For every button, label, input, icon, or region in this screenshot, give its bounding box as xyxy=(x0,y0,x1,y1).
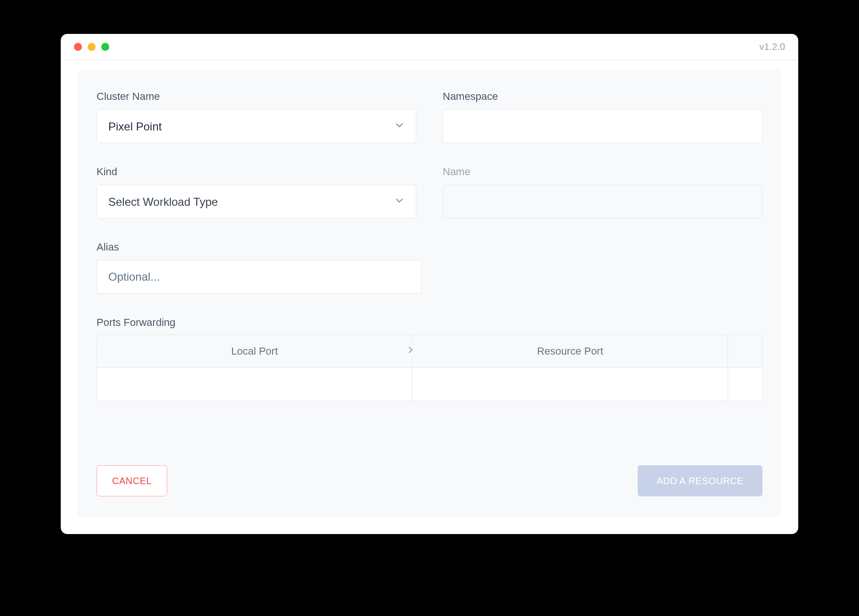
maximize-window-button[interactable] xyxy=(101,43,109,51)
app-version: v1.2.0 xyxy=(760,41,785,52)
kind-label: Kind xyxy=(97,166,416,178)
cluster-name-select[interactable]: Pixel Point xyxy=(97,109,416,143)
form-row-3: Alias xyxy=(97,241,762,294)
namespace-group: Namespace xyxy=(443,90,762,143)
local-port-input[interactable] xyxy=(97,368,413,401)
namespace-label: Namespace xyxy=(443,90,762,103)
ports-table-header: Local Port Resource Port xyxy=(97,335,762,368)
ports-section-label: Ports Forwarding xyxy=(97,316,762,329)
minimize-window-button[interactable] xyxy=(88,43,96,51)
form-row-1: Cluster Name Pixel Point Namespace xyxy=(97,90,762,143)
namespace-input[interactable] xyxy=(443,109,762,143)
cluster-name-label: Cluster Name xyxy=(97,90,416,103)
name-label: Name xyxy=(443,166,762,178)
add-resource-button[interactable]: ADD A RESOURCE xyxy=(638,465,762,496)
resource-port-header: Resource Port xyxy=(413,335,728,367)
kind-select[interactable]: Select Workload Type xyxy=(97,185,416,219)
alias-input[interactable] xyxy=(97,260,421,294)
form-row-2: Kind Select Workload Type Name xyxy=(97,166,762,219)
local-port-header: Local Port xyxy=(97,335,413,367)
kind-select-wrap: Select Workload Type xyxy=(97,185,416,219)
alias-group: Alias xyxy=(97,241,421,294)
content-area: Cluster Name Pixel Point Namespace xyxy=(61,60,798,534)
ports-action-header xyxy=(728,335,762,367)
form-panel: Cluster Name Pixel Point Namespace xyxy=(78,70,781,517)
ports-table-row xyxy=(97,368,762,401)
name-input xyxy=(443,185,762,219)
cluster-name-group: Cluster Name Pixel Point xyxy=(97,90,416,143)
ports-row-action[interactable] xyxy=(728,368,762,401)
window-controls xyxy=(74,43,109,51)
chevron-right-icon xyxy=(404,345,418,358)
cluster-name-select-wrap: Pixel Point xyxy=(97,109,416,143)
cancel-button[interactable]: CANCEL xyxy=(97,465,167,496)
close-window-button[interactable] xyxy=(74,43,82,51)
ports-forwarding-section: Ports Forwarding Local Port Resource Por… xyxy=(97,316,762,401)
kind-group: Kind Select Workload Type xyxy=(97,166,416,219)
footer-actions: CANCEL ADD A RESOURCE xyxy=(97,439,762,496)
ports-table: Local Port Resource Port xyxy=(97,334,762,401)
alias-label: Alias xyxy=(97,241,421,253)
titlebar: v1.2.0 xyxy=(61,34,798,60)
app-window: v1.2.0 Cluster Name Pixel Point xyxy=(61,34,798,534)
resource-port-input[interactable] xyxy=(413,368,728,401)
name-group: Name xyxy=(443,166,762,219)
